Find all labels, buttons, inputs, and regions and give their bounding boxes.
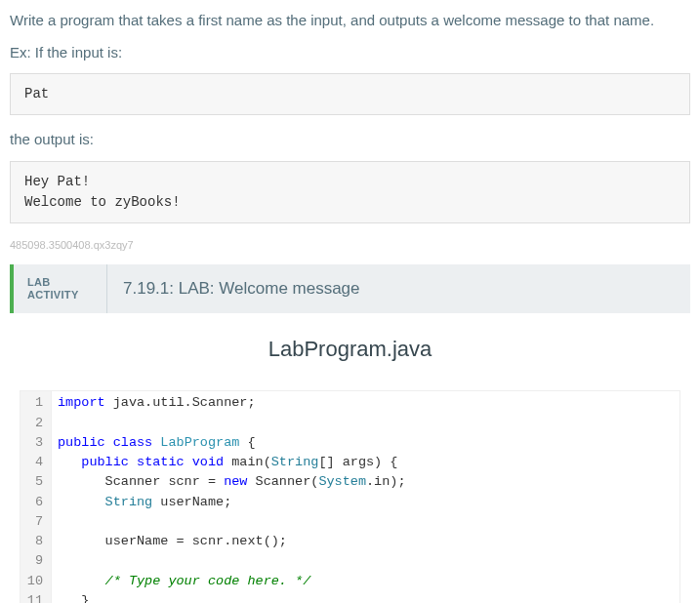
line-number: 8 [22,532,45,551]
lab-label-line-2: ACTIVITY [27,289,93,302]
code-line[interactable] [58,551,674,571]
code-line[interactable]: } [58,591,674,603]
line-number: 5 [22,472,45,492]
code-editor[interactable]: 12345678910111213 import java.util.Scann… [20,390,680,603]
code-line[interactable]: Scanner scnr = new Scanner(System.in); [58,472,674,492]
line-number: 6 [22,493,45,512]
line-number: 1 [22,393,45,413]
code-line[interactable]: String userName; [58,493,674,512]
instruction-line-1: Write a program that takes a first name … [10,10,690,32]
output-label: the output is: [10,129,690,151]
code-line[interactable]: /* Type your code here. */ [58,572,674,591]
line-number: 3 [22,433,45,453]
code-line[interactable]: public static void main(String[] args) { [58,453,674,472]
line-number: 9 [22,551,45,571]
code-line[interactable] [58,512,674,532]
line-number: 2 [22,414,45,433]
file-name: LabProgram.java [10,333,690,365]
lab-label-line-1: LAB [27,276,93,289]
lab-activity-label: LAB ACTIVITY [14,264,107,313]
line-number-gutter: 12345678910111213 [21,391,52,603]
line-number: 10 [22,572,45,591]
line-number: 4 [22,453,45,472]
lab-activity-header: LAB ACTIVITY 7.19.1: LAB: Welcome messag… [10,264,690,313]
code-content[interactable]: import java.util.Scanner; public class L… [52,391,679,603]
code-line[interactable]: public class LabProgram { [58,433,674,453]
input-example-block: Pat [10,73,690,115]
code-line[interactable] [58,414,674,433]
line-number: 11 [22,591,45,603]
lab-activity-title: 7.19.1: LAB: Welcome message [107,276,376,302]
hash-id: 485098.3500408.qx3zqy7 [10,237,690,254]
code-line[interactable]: import java.util.Scanner; [58,393,674,413]
output-example-block: Hey Pat! Welcome to zyBooks! [10,161,690,223]
line-number: 7 [22,512,45,532]
code-line[interactable]: userName = scnr.next(); [58,532,674,551]
instruction-line-2: Ex: If the input is: [10,42,690,64]
